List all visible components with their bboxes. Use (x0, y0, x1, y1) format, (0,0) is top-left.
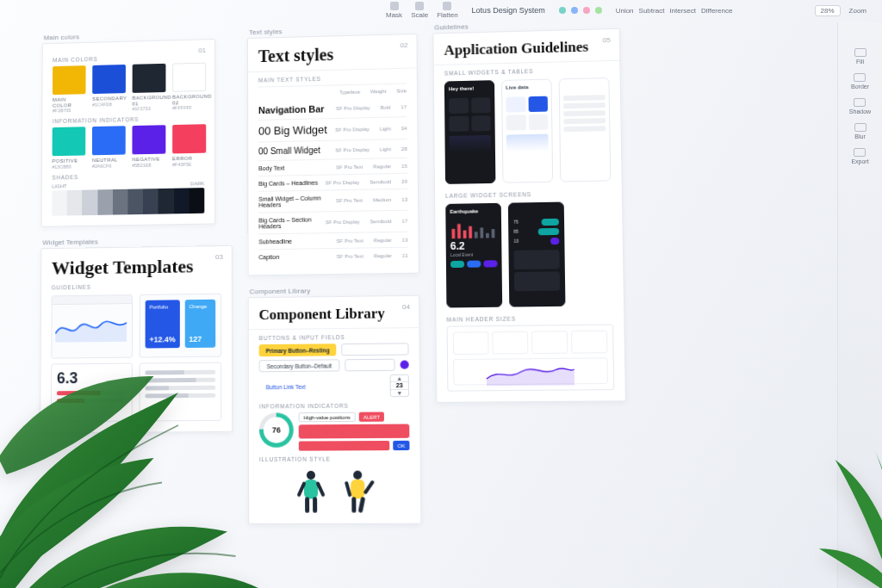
text-style-meta: SF Pro DisplayLight28 (335, 145, 407, 152)
tool-mask[interactable]: Mask (386, 2, 402, 19)
pill-icon (467, 261, 481, 268)
shade-step[interactable] (189, 188, 205, 214)
difference-label[interactable]: Difference (701, 7, 732, 15)
shade-step[interactable] (67, 189, 83, 215)
intersect-label[interactable]: Intersect (669, 7, 696, 15)
phone-mock-light: Live data (501, 79, 553, 183)
shade-step[interactable] (52, 190, 67, 216)
color-chip (172, 124, 206, 153)
artboard-title: Component Library (259, 305, 409, 324)
design-canvas[interactable]: Main colors 01 MAIN COLORS MAIN COLOR#F2… (0, 21, 837, 588)
text-style-sample: 00 Big Widget (258, 123, 335, 138)
artboard-title: Widget Templates (52, 255, 221, 280)
intersect-icon[interactable] (583, 7, 590, 14)
text-input[interactable] (342, 343, 409, 356)
status-badge (299, 441, 390, 451)
person-illustration-icon (296, 471, 326, 513)
toolbar-boolean-labels: Union Subtract Intersect Difference (616, 7, 733, 15)
text-style-meta: SF Pro TextMedium13 (336, 197, 407, 203)
svg-rect-3 (469, 226, 472, 238)
svg-rect-2 (463, 231, 467, 238)
text-style-sample: 00 Small Widget (258, 145, 335, 157)
person-illustration-icon (343, 471, 373, 513)
artboard-widgets[interactable]: 03 Widget Templates GUIDELINES (40, 245, 233, 433)
primary-button[interactable]: Primary Button–Resting (259, 344, 337, 356)
stepper-down-icon[interactable]: ▼ (391, 390, 408, 397)
phone-mock-light (559, 77, 612, 182)
swatch-hex: #13C8B5 (52, 164, 85, 170)
color-swatch[interactable]: ERROR#F43F5E (172, 124, 206, 167)
artboard-number: 05 (603, 36, 611, 44)
artboard-text-styles[interactable]: 02 Text styles MAIN TEXT STYLES Typeface… (247, 34, 419, 275)
swatch-hex: #1C4FD8 (92, 101, 126, 107)
text-style-meta: SF Pro TextRegular11 (337, 252, 408, 258)
swatch-name: MAIN COLOR (53, 96, 86, 108)
shade-step[interactable] (143, 189, 158, 214)
text-style-row[interactable]: Small Widget – Column HeadersSF Pro Text… (258, 189, 407, 213)
sparkline-icon (55, 313, 127, 343)
artboard-number: 01 (198, 46, 206, 54)
shade-step[interactable] (158, 189, 174, 214)
artboard-label: Component Library (250, 286, 419, 296)
color-chip (132, 125, 165, 154)
tool-flatten[interactable]: Flatten (437, 2, 457, 19)
shade-step[interactable] (127, 189, 143, 214)
pct-value: 85 (513, 229, 519, 236)
rail-fill[interactable]: Fill (854, 48, 866, 65)
color-swatch[interactable]: NEGATIVE#5B21E8 (132, 125, 165, 167)
section-title: GUIDELINES (52, 282, 221, 291)
swatch-hex: #2A6CF6 (92, 163, 126, 169)
artboard-colors[interactable]: 01 MAIN COLORS MAIN COLOR#F2B705SECONDAR… (41, 39, 216, 227)
shade-step[interactable] (113, 189, 128, 215)
color-swatch[interactable]: NEUTRAL#2A6CF6 (92, 126, 126, 168)
link-button[interactable]: Button Link Text (259, 381, 313, 393)
color-swatch[interactable]: POSITIVE#13C8B5 (52, 127, 85, 169)
text-style-meta: SF Pro TextRegular15 (336, 163, 407, 170)
section-title: INFORMATION INDICATORS (53, 115, 204, 125)
stepper[interactable]: ▲ 23 ▼ (390, 374, 409, 398)
rail-export[interactable]: Export (851, 148, 868, 164)
color-swatch[interactable]: BACKGROUND 02#FFFFFF (172, 63, 206, 111)
text-style-row[interactable]: CaptionSF Pro TextRegular11 (258, 247, 407, 265)
text-style-meta: SF Pro DisplayLight34 (335, 126, 407, 133)
swatch-name: SECONDARY (92, 96, 126, 102)
union-icon[interactable] (559, 7, 566, 14)
shade-step[interactable] (97, 189, 113, 215)
rail-shadow[interactable]: Shadow (849, 98, 871, 115)
text-style-meta: SF Pro TextRegular13 (337, 237, 408, 243)
artboard-guidelines[interactable]: 05 Application Guidelines SMALL WIDGETS … (432, 28, 626, 403)
swatch-hex: #F43F5E (172, 161, 206, 167)
artboard-label: Widget Templates (42, 236, 232, 246)
subtract-label[interactable]: Subtract (639, 7, 665, 15)
pill-icon (483, 260, 497, 267)
secondary-button[interactable]: Secondary Button–Default (259, 359, 340, 372)
color-chip (92, 126, 126, 155)
artboard-number: 03 (215, 253, 223, 261)
color-swatch[interactable]: SECONDARY#1C4FD8 (92, 65, 126, 113)
rail-border[interactable]: Border (851, 73, 869, 90)
color-swatch[interactable]: MAIN COLOR#F2B705 (53, 65, 86, 114)
text-style-row[interactable]: Big Cards – Section HeadersSF Pro Displa… (258, 210, 407, 234)
difference-icon[interactable] (595, 7, 602, 14)
section-title: SMALL WIDGETS & TABLES (444, 66, 610, 77)
toolbar-boolean-group (559, 7, 602, 14)
metric-value: 6.2 (450, 239, 498, 252)
artboard-components[interactable]: 04 Component Library BUTTONS & INPUT FIE… (248, 295, 422, 524)
shade-step[interactable] (174, 188, 189, 214)
shade-step[interactable] (82, 189, 97, 215)
text-style-meta: SF Pro DisplayBold17 (336, 104, 407, 111)
phone-mock-dark: Earthquake 6.2 Local Even (445, 203, 502, 308)
text-style-row[interactable]: 00 Big WidgetSF Pro DisplayLight34 (258, 116, 407, 141)
section-title: LARGE WIDGET SCREENS (445, 189, 612, 198)
rail-blur[interactable]: Blur (854, 123, 866, 139)
text-style-sample: Small Widget – Column Headers (258, 195, 336, 207)
subtract-icon[interactable] (571, 7, 578, 14)
mini-widget: Portfolio +12.4% (146, 300, 180, 348)
text-input[interactable] (345, 359, 394, 372)
svg-rect-5 (480, 227, 483, 238)
section-title: MAIN COLORS (53, 53, 204, 63)
tool-scale[interactable]: Scale (411, 2, 428, 19)
union-label[interactable]: Union (616, 7, 634, 15)
progress-dial: 76 (259, 412, 294, 448)
color-swatch[interactable]: BACKGROUND 01#1F2733 (133, 64, 166, 112)
